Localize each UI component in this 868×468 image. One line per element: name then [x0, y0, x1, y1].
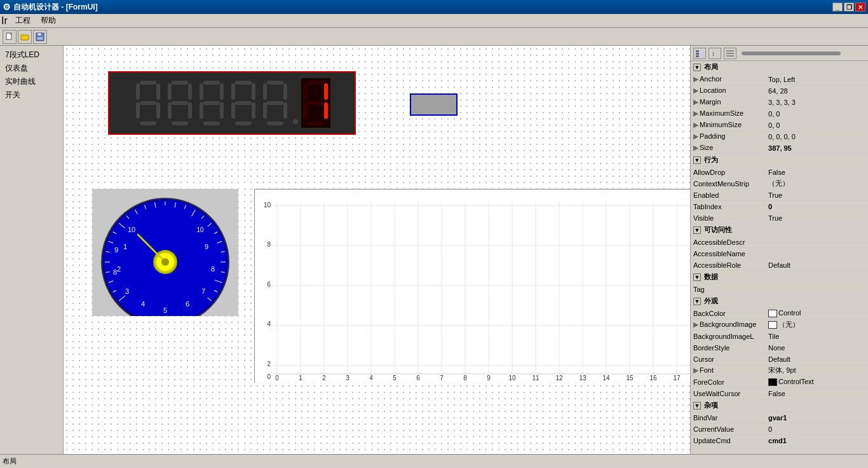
section-data-toggle[interactable]: ▼	[693, 273, 701, 281]
svg-text:3: 3	[125, 287, 129, 295]
svg-rect-11	[140, 121, 156, 125]
svg-rect-164	[726, 53, 734, 54]
title-bar: ⚙ 自动机设计器 - [FormUI] _ ❐ ✕	[0, 0, 868, 14]
sidebar-item-realtime-chart[interactable]: 实时曲线	[3, 75, 60, 88]
new-button[interactable]	[3, 30, 17, 44]
prop-row-bindvar: BindVar gvar1	[691, 412, 868, 423]
seg-digit-2	[165, 78, 194, 128]
svg-text:0: 0	[267, 373, 271, 380]
prop-row-accessibledescr: AccessibleDescr	[691, 237, 868, 248]
status-text: 布局	[3, 457, 17, 466]
svg-text:2: 2	[322, 375, 326, 382]
svg-text:15: 15	[626, 375, 634, 382]
svg-text:5: 5	[393, 375, 397, 382]
menu-project[interactable]: 工程	[10, 14, 36, 27]
svg-rect-17	[188, 83, 192, 100]
section-behavior: ▼ 行为	[691, 154, 868, 167]
section-appearance: ▼ 外观	[691, 295, 868, 308]
restore-button[interactable]: ❐	[844, 3, 854, 11]
close-button[interactable]: ✕	[855, 3, 865, 11]
svg-rect-12	[136, 102, 140, 119]
svg-rect-24	[203, 81, 220, 85]
svg-rect-51	[324, 83, 328, 100]
main-layout: 7段式LED 仪表盘 实时曲线 开关	[0, 46, 868, 454]
app-icon: ⚙	[3, 2, 11, 12]
svg-rect-160	[700, 53, 703, 55]
svg-rect-54	[304, 102, 308, 119]
minimize-button[interactable]: _	[832, 3, 843, 11]
svg-rect-156	[696, 50, 699, 52]
svg-text:16: 16	[649, 375, 657, 382]
svg-rect-25	[220, 83, 224, 100]
properties-panel: ↕ ▼ 布局 ▶Anchor Top, Left	[690, 46, 868, 454]
svg-rect-45	[263, 83, 267, 100]
svg-text:9: 9	[487, 375, 491, 382]
section-accessibility-toggle[interactable]: ▼	[693, 226, 701, 234]
sidebar-item-7seg-led[interactable]: 7段式LED	[3, 48, 60, 62]
svg-text:10: 10	[508, 375, 516, 382]
canvas-area[interactable]: 1 2 3 4 5 6 7 8 9 10 10 9 8	[64, 46, 690, 454]
title-bar-controls: _ ❐ ✕	[832, 3, 865, 11]
section-data: ▼ 数据	[691, 271, 868, 284]
sidebar-item-switch[interactable]: 开关	[3, 88, 60, 102]
svg-rect-33	[252, 83, 255, 100]
chart-widget[interactable]: 10 8 6 4 2 0 0 1 2 3 4 5 6 7 8 9 10 11 1…	[254, 189, 690, 383]
section-appearance-toggle[interactable]: ▼	[693, 298, 701, 305]
svg-rect-16	[172, 81, 188, 85]
seg-digit-4	[229, 78, 258, 128]
prop-alpha-btn[interactable]: ↕	[709, 48, 721, 59]
svg-rect-18	[188, 102, 192, 119]
seg-dot	[292, 78, 299, 128]
prop-row-forecolor: ForeColor ControlText	[691, 376, 868, 388]
prop-row-visible: Visible True	[691, 212, 868, 224]
open-button[interactable]	[18, 30, 32, 44]
section-misc-label: 杂项	[704, 401, 718, 409]
prop-row-font: ▶Font 宋体, 9pt	[691, 365, 868, 376]
svg-rect-165	[726, 55, 734, 57]
status-bar: 布局	[0, 454, 868, 468]
svg-rect-55	[304, 83, 308, 100]
section-appearance-label: 外观	[704, 297, 718, 305]
svg-rect-26	[220, 102, 224, 119]
svg-rect-3	[21, 34, 24, 36]
svg-text:5: 5	[163, 306, 167, 314]
section-misc-toggle[interactable]: ▼	[693, 402, 701, 410]
sidebar-item-gauge[interactable]: 仪表盘	[3, 62, 60, 75]
svg-text:0: 0	[275, 375, 279, 382]
section-behavior-toggle[interactable]: ▼	[693, 156, 701, 164]
prop-row-currentvalue: CurrentValue 0	[691, 423, 868, 435]
prop-row-maxsize: ▶MaximumSize 0, 0	[691, 108, 868, 120]
svg-text:13: 13	[579, 375, 587, 382]
properties-toolbar: ↕	[691, 46, 868, 61]
svg-text:12: 12	[555, 375, 563, 382]
save-button[interactable]	[33, 30, 47, 44]
svg-text:10: 10	[128, 226, 135, 233]
button-widget[interactable]	[410, 93, 458, 116]
gauge-widget[interactable]: 1 2 3 4 5 6 7 8 9 10 10 9 8	[92, 189, 238, 316]
prop-row-size: ▶Size 387, 95	[691, 142, 868, 154]
svg-rect-13	[136, 83, 140, 100]
svg-text:8: 8	[463, 375, 467, 382]
svg-rect-30	[203, 101, 220, 105]
seg-digit-3	[197, 78, 226, 128]
svg-text:9: 9	[114, 246, 118, 254]
prop-categorized-btn[interactable]	[693, 48, 706, 59]
menu-icon: Ir	[1, 15, 8, 27]
section-accessibility-label: 可访问性	[704, 226, 732, 233]
forecolor-swatch	[768, 378, 777, 386]
section-layout-toggle[interactable]: ▼	[693, 64, 701, 71]
svg-rect-56	[308, 101, 324, 105]
svg-rect-158	[696, 55, 699, 57]
svg-text:8: 8	[113, 268, 117, 276]
prop-row-borderstyle: BorderStyle None	[691, 342, 868, 354]
title-text: 自动机设计器 - [FormUI]	[13, 2, 98, 13]
prop-row-accessiblename: AccessibleName	[691, 248, 868, 259]
svg-rect-161	[700, 55, 703, 57]
svg-text:11: 11	[532, 375, 539, 382]
led-display-widget[interactable]	[108, 71, 356, 135]
menu-help[interactable]: 帮助	[36, 14, 61, 27]
svg-text:17: 17	[673, 375, 681, 382]
section-data-label: 数据	[704, 273, 718, 280]
prop-list-btn[interactable]	[724, 48, 736, 59]
seg-digit-5	[261, 78, 290, 128]
